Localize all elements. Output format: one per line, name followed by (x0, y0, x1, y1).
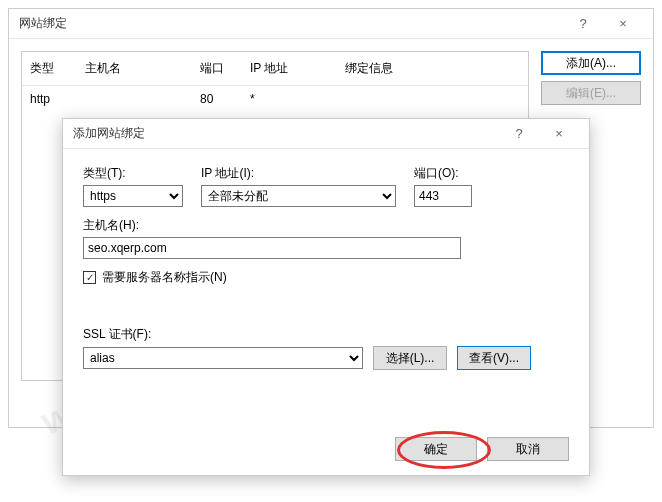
view-cert-button[interactable]: 查看(V)... (457, 346, 531, 370)
cell-host (77, 90, 192, 108)
ssl-field: SSL 证书(F): alias 选择(L)... 查看(V)... (83, 326, 569, 370)
sni-checkbox-row[interactable]: ✓ 需要服务器名称指示(N) (83, 269, 569, 286)
ssl-row: alias 选择(L)... 查看(V)... (83, 346, 569, 370)
cell-type: http (22, 90, 77, 108)
cell-ip: * (242, 90, 337, 108)
add-button[interactable]: 添加(A)... (541, 51, 641, 75)
type-field: 类型(T): https (83, 165, 183, 207)
cell-port: 80 (192, 90, 242, 108)
col-type-header: 类型 (22, 58, 77, 79)
cancel-button[interactable]: 取消 (487, 437, 569, 461)
type-label: 类型(T): (83, 165, 183, 182)
ip-field: IP 地址(I): 全部未分配 (201, 165, 396, 207)
host-label: 主机名(H): (83, 217, 569, 234)
modal-title: 添加网站绑定 (73, 125, 499, 142)
ip-label: IP 地址(I): (201, 165, 396, 182)
close-icon[interactable]: × (539, 126, 579, 141)
host-input[interactable] (83, 237, 461, 259)
port-input[interactable] (414, 185, 472, 207)
ssl-select[interactable]: alias (83, 347, 363, 369)
help-icon[interactable]: ? (563, 16, 603, 31)
modal-footer: 确定 取消 (395, 437, 569, 461)
table-header: 类型 主机名 端口 IP 地址 绑定信息 (22, 52, 528, 86)
select-cert-button[interactable]: 选择(L)... (373, 346, 447, 370)
close-icon[interactable]: × (603, 16, 643, 31)
col-bind-header: 绑定信息 (337, 58, 528, 79)
cell-bind (337, 90, 528, 108)
add-binding-dialog: 添加网站绑定 ? × 类型(T): https IP 地址(I): 全部未分配 … (62, 118, 590, 476)
main-titlebar: 网站绑定 ? × (9, 9, 653, 39)
ok-button[interactable]: 确定 (395, 437, 477, 461)
help-icon[interactable]: ? (499, 126, 539, 141)
port-label: 端口(O): (414, 165, 472, 182)
ssl-label: SSL 证书(F): (83, 326, 569, 343)
ip-select[interactable]: 全部未分配 (201, 185, 396, 207)
type-ip-port-row: 类型(T): https IP 地址(I): 全部未分配 端口(O): (83, 165, 569, 207)
col-host-header: 主机名 (77, 58, 192, 79)
port-field: 端口(O): (414, 165, 472, 207)
col-port-header: 端口 (192, 58, 242, 79)
checkbox-icon[interactable]: ✓ (83, 271, 96, 284)
main-window-title: 网站绑定 (19, 15, 563, 32)
table-row[interactable]: http 80 * (22, 86, 528, 112)
edit-button: 编辑(E)... (541, 81, 641, 105)
modal-titlebar: 添加网站绑定 ? × (63, 119, 589, 149)
modal-body: 类型(T): https IP 地址(I): 全部未分配 端口(O): 主机名(… (63, 149, 589, 386)
type-select[interactable]: https (83, 185, 183, 207)
col-ip-header: IP 地址 (242, 58, 337, 79)
sni-label: 需要服务器名称指示(N) (102, 269, 227, 286)
host-field: 主机名(H): (83, 217, 569, 259)
